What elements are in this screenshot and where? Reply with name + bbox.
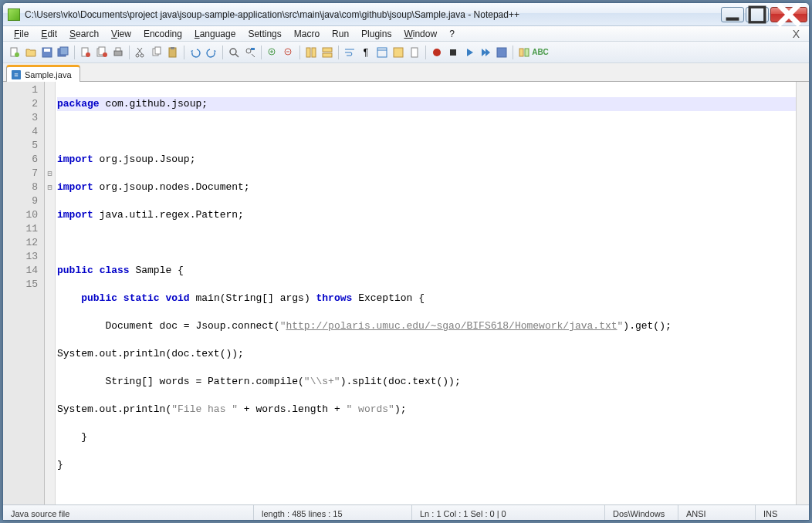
save-macro-icon[interactable] bbox=[495, 46, 509, 59]
svg-rect-15 bbox=[114, 51, 122, 56]
fold-minus-icon[interactable]: ⊟ bbox=[45, 181, 55, 194]
menu-edit[interactable]: Edit bbox=[35, 27, 63, 41]
status-length: length : 485 lines : 15 bbox=[254, 505, 412, 521]
toolbar-separator bbox=[261, 46, 262, 59]
status-position: Ln : 1 Col : 1 Sel : 0 | 0 bbox=[412, 505, 605, 521]
play-multi-icon[interactable] bbox=[479, 46, 492, 59]
zoom-in-icon[interactable] bbox=[266, 46, 279, 59]
svg-rect-43 bbox=[411, 48, 418, 57]
svg-point-14 bbox=[103, 52, 107, 57]
fold-minus-icon[interactable]: ⊟ bbox=[45, 167, 55, 181]
save-icon[interactable] bbox=[40, 46, 54, 59]
vertical-scrollbar[interactable] bbox=[796, 82, 809, 504]
copy-icon[interactable] bbox=[150, 46, 164, 59]
toolbar-separator bbox=[513, 46, 513, 59]
line-number: 8 bbox=[3, 181, 38, 194]
svg-rect-46 bbox=[497, 48, 506, 57]
svg-point-19 bbox=[136, 54, 139, 57]
close-document-button[interactable]: X bbox=[788, 28, 804, 40]
line-number: 9 bbox=[3, 194, 38, 208]
svg-rect-45 bbox=[450, 49, 456, 56]
play-macro-icon[interactable] bbox=[462, 46, 476, 59]
indent-guide-icon[interactable] bbox=[375, 46, 389, 59]
cut-icon[interactable] bbox=[134, 46, 147, 59]
menu-view[interactable]: View bbox=[105, 27, 137, 41]
toolbar-separator bbox=[338, 46, 339, 59]
menu-run[interactable]: Run bbox=[326, 27, 355, 41]
line-number-gutter[interactable]: 1 2 3 4 5 6 7 8 9 10 11 12 13 14 15 bbox=[3, 82, 45, 504]
open-file-icon[interactable] bbox=[24, 46, 38, 59]
code-line: Document doc = Jsoup.connect("http://pol… bbox=[57, 319, 796, 333]
toolbar-separator bbox=[425, 46, 426, 59]
svg-point-25 bbox=[230, 49, 236, 55]
show-all-chars-icon[interactable]: ¶ bbox=[359, 46, 373, 59]
app-window: C:\Users\vko\Documents\project java\jsou… bbox=[2, 2, 810, 521]
svg-rect-16 bbox=[116, 48, 120, 51]
print-icon[interactable] bbox=[111, 46, 125, 59]
zoom-out-icon[interactable] bbox=[282, 46, 296, 59]
menu-help[interactable]: ? bbox=[443, 27, 461, 41]
code-line bbox=[57, 236, 796, 250]
sync-v-icon[interactable] bbox=[304, 46, 318, 59]
record-macro-icon[interactable] bbox=[430, 46, 444, 59]
line-number: 14 bbox=[3, 264, 38, 278]
svg-rect-7 bbox=[44, 49, 50, 52]
svg-rect-37 bbox=[323, 53, 332, 57]
wrap-icon[interactable] bbox=[343, 46, 357, 59]
svg-rect-42 bbox=[394, 48, 403, 57]
line-number: 15 bbox=[3, 278, 38, 292]
line-number: 13 bbox=[3, 250, 38, 264]
redo-icon[interactable] bbox=[205, 46, 218, 59]
code-line bbox=[57, 125, 796, 139]
code-area[interactable]: package com.github.jsoup; import org.jso… bbox=[56, 82, 796, 504]
compare-icon[interactable] bbox=[517, 46, 531, 59]
user-lang-icon[interactable] bbox=[391, 46, 405, 59]
toolbar: ¶ ABC bbox=[3, 42, 809, 63]
maximize-button[interactable] bbox=[746, 7, 769, 22]
doc-map-icon[interactable] bbox=[408, 46, 421, 59]
new-file-icon[interactable] bbox=[8, 46, 22, 59]
find-icon[interactable] bbox=[227, 46, 241, 59]
paste-icon[interactable] bbox=[166, 46, 180, 59]
sync-h-icon[interactable] bbox=[320, 46, 334, 59]
menu-plugins[interactable]: Plugins bbox=[355, 27, 398, 41]
statusbar: Java source file length : 485 lines : 15… bbox=[3, 504, 809, 521]
svg-rect-40 bbox=[377, 48, 387, 57]
toolbar-separator bbox=[222, 46, 223, 59]
undo-icon[interactable] bbox=[188, 46, 202, 59]
code-line: import org.jsoup.nodes.Document; bbox=[57, 181, 796, 194]
line-number: 12 bbox=[3, 236, 38, 250]
svg-rect-9 bbox=[60, 47, 68, 55]
spellcheck-icon[interactable]: ABC bbox=[533, 46, 547, 59]
close-all-icon[interactable] bbox=[95, 46, 109, 59]
menu-file[interactable]: File bbox=[8, 27, 35, 41]
code-line: import org.jsoup.Jsoup; bbox=[57, 153, 796, 167]
fold-gutter[interactable]: ⊟ ⊟ bbox=[45, 82, 56, 504]
code-line: public class Sample { bbox=[57, 264, 796, 278]
close-button[interactable] bbox=[770, 7, 807, 22]
menu-settings[interactable]: Settings bbox=[242, 27, 287, 41]
stop-macro-icon[interactable] bbox=[446, 46, 460, 59]
status-filetype: Java source file bbox=[3, 505, 254, 521]
tab-sample-java[interactable]: ≡ Sample.java bbox=[6, 65, 80, 82]
menu-search[interactable]: Search bbox=[63, 27, 105, 41]
svg-point-20 bbox=[140, 54, 144, 57]
file-icon: ≡ bbox=[12, 70, 21, 79]
replace-icon[interactable] bbox=[243, 46, 257, 59]
save-all-icon[interactable] bbox=[56, 46, 70, 59]
menu-language[interactable]: Language bbox=[188, 27, 242, 41]
tabbar: ≡ Sample.java bbox=[3, 63, 809, 82]
menu-window[interactable]: Window bbox=[398, 27, 443, 41]
minimize-button[interactable] bbox=[721, 7, 744, 22]
status-eol: Dos\Windows bbox=[605, 505, 678, 521]
svg-line-26 bbox=[235, 54, 239, 57]
menu-encoding[interactable]: Encoding bbox=[137, 27, 188, 41]
line-number: 1 bbox=[3, 83, 38, 97]
status-encoding: ANSI bbox=[678, 505, 756, 521]
line-number: 7 bbox=[3, 167, 38, 181]
menu-macro[interactable]: Macro bbox=[288, 27, 326, 41]
status-insert-mode: INS bbox=[756, 505, 809, 521]
titlebar[interactable]: C:\Users\vko\Documents\project java\jsou… bbox=[3, 3, 809, 26]
close-file-icon[interactable] bbox=[79, 46, 93, 59]
code-line: import java.util.regex.Pattern; bbox=[57, 208, 796, 222]
